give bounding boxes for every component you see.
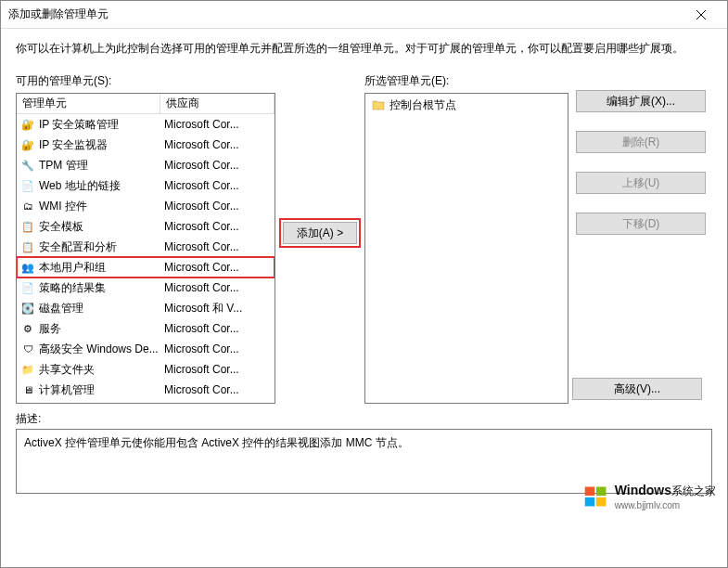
snapin-vendor: Microsoft 和 V... [164,301,271,316]
snapin-icon: ⏱ [20,403,35,404]
windows-logo-icon [583,484,609,510]
snapin-icon: 🔧 [20,158,35,173]
snapin-icon: 🔐 [20,137,35,152]
snapin-name: 安全模板 [39,219,164,235]
snapin-name: 安全配置和分析 [39,239,164,255]
snapin-icon: 📄 [20,178,35,193]
svg-rect-2 [584,487,594,497]
remove-button[interactable]: 删除(R) [576,131,706,153]
list-item[interactable]: 📄策略的结果集Microsoft Cor... [17,278,275,298]
move-up-button[interactable]: 上移(U) [576,172,706,194]
snapin-vendor: Microsoft Cor... [164,342,271,355]
snapin-icon: 📄 [20,280,35,295]
snapin-icon: 📋 [20,219,35,234]
snapin-name: 策略的结果集 [39,280,164,296]
available-label: 可用的管理单元(S): [16,73,275,89]
window-title: 添加或删除管理单元 [8,6,683,22]
advanced-button[interactable]: 高级(V)... [572,378,702,400]
snapin-vendor: Microsoft Cor... [164,200,271,213]
snapin-name: 本地用户和组 [39,260,164,276]
description-text: ActiveX 控件管理单元使你能用包含 ActiveX 控件的结果视图添加 M… [24,436,409,449]
tree-root: 控制台根节点 [365,94,568,116]
watermark-sub: 系统之家 [671,484,716,497]
available-listbox[interactable]: 管理单元 供应商 🔐IP 安全策略管理Microsoft Cor...🔐IP 安… [16,93,275,404]
svg-rect-4 [584,497,594,507]
available-list-body: 🔐IP 安全策略管理Microsoft Cor...🔐IP 安全监视器Micro… [17,114,275,404]
snapin-vendor: Microsoft Cor... [164,240,271,253]
snapin-vendor: Microsoft Cor... [164,363,271,376]
dialog-window: 添加或删除管理单元 你可以在计算机上为此控制台选择可用的管理单元并配置所选的一组… [0,0,728,568]
description-label: 描述: [16,411,712,427]
snapin-icon: 👥 [20,260,35,275]
list-item[interactable]: 🔐IP 安全策略管理Microsoft Cor... [17,114,275,135]
snapin-name: IP 安全策略管理 [39,117,164,133]
snapin-vendor: Microsoft Cor... [164,281,271,294]
close-icon [696,10,706,19]
snapin-icon: 📁 [20,362,35,377]
snapin-icon: 🖥 [20,382,35,397]
list-item[interactable]: 📋安全模板Microsoft Cor... [17,216,275,237]
close-button[interactable] [683,2,720,28]
snapin-icon: 🔐 [20,117,35,132]
snapin-vendor: Microsoft Cor... [164,118,271,131]
snapin-vendor: Microsoft Cor... [164,261,271,274]
watermark-url: www.bjjmlv.com [615,500,680,510]
edit-extensions-button[interactable]: 编辑扩展(X)... [576,90,706,112]
snapin-name: 服务 [39,321,164,337]
snapin-name: Web 地址的链接 [39,178,164,194]
header-name[interactable]: 管理单元 [17,94,160,113]
snapin-name: 任务计划程序 [39,403,164,405]
folder-icon [371,97,386,112]
main-area: 可用的管理单元(S): 管理单元 供应商 🔐IP 安全策略管理Microsoft… [16,73,712,404]
snapin-vendor: Microsoft Cor... [164,322,271,335]
snapin-name: 高级安全 Windows De... [39,342,164,357]
dialog-content: 你可以在计算机上为此控制台选择可用的管理单元并配置所选的一组管理单元。对于可扩展… [1,29,727,505]
snapin-icon: 🛡 [20,342,35,356]
available-panel: 可用的管理单元(S): 管理单元 供应商 🔐IP 安全策略管理Microsoft… [16,73,275,404]
snapin-icon: ⚙ [20,321,35,336]
selected-tree[interactable]: 控制台根节点 [364,93,568,404]
snapin-vendor: Microsoft Cor... [164,383,271,396]
snapin-name: WMI 控件 [39,199,164,214]
watermark: Windows系统之家 www.bjjmlv.com [583,483,716,511]
snapin-vendor: Microsoft Cor... [164,159,271,172]
snapin-icon: 💽 [20,301,35,316]
selected-panel: 所选管理单元(E): 控制台根节点 [364,73,568,404]
list-item[interactable]: 🖥计算机管理Microsoft Cor... [17,380,275,400]
snapin-icon: 🗂 [20,199,35,213]
middle-panel: 添加(A) > [283,73,357,404]
svg-rect-5 [596,497,607,507]
list-item[interactable]: 📄Web 地址的链接Microsoft Cor... [17,175,275,196]
snapin-vendor: Microsoft Cor... [164,179,271,192]
svg-rect-3 [596,487,607,497]
snapin-name: 共享文件夹 [39,362,164,378]
instruction-text: 你可以在计算机上为此控制台选择可用的管理单元并配置所选的一组管理单元。对于可扩展… [16,40,712,57]
watermark-brand: Windows [615,483,671,497]
snapin-name: TPM 管理 [39,158,164,174]
tree-root-item[interactable]: 控制台根节点 [367,96,566,114]
list-item[interactable]: 👥本地用户和组Microsoft Cor... [17,257,275,278]
add-button[interactable]: 添加(A) > [283,222,357,244]
snapin-name: 磁盘管理 [39,301,164,316]
snapin-icon: 📋 [20,239,35,254]
list-item[interactable]: 💽磁盘管理Microsoft 和 V... [17,298,275,318]
snapin-name: 计算机管理 [39,382,164,398]
move-down-button[interactable]: 下移(D) [576,213,706,235]
list-item[interactable]: 🔧TPM 管理Microsoft Cor... [17,155,275,175]
list-item[interactable]: 🛡高级安全 Windows De...Microsoft Cor... [17,339,275,359]
list-item[interactable]: ⚙服务Microsoft Cor... [17,318,275,339]
snapin-vendor: Microsoft Cor... [164,220,271,233]
list-item[interactable]: ⏱任务计划程序Microsoft Cor... [17,400,275,404]
list-item[interactable]: 🗂WMI 控件Microsoft Cor... [17,196,275,216]
watermark-text: Windows系统之家 www.bjjmlv.com [615,483,716,511]
snapin-vendor: Microsoft Cor... [164,138,271,151]
available-list-header: 管理单元 供应商 [17,94,275,114]
titlebar: 添加或删除管理单元 [1,1,727,29]
header-vendor[interactable]: 供应商 [160,94,275,113]
list-item[interactable]: 📋安全配置和分析Microsoft Cor... [17,237,275,257]
list-item[interactable]: 🔐IP 安全监视器Microsoft Cor... [17,135,275,155]
snapin-name: IP 安全监视器 [39,137,164,153]
action-buttons-panel: 编辑扩展(X)... 删除(R) 上移(U) 下移(D) [576,73,706,404]
selected-label: 所选管理单元(E): [364,73,568,89]
list-item[interactable]: 📁共享文件夹Microsoft Cor... [17,359,275,380]
